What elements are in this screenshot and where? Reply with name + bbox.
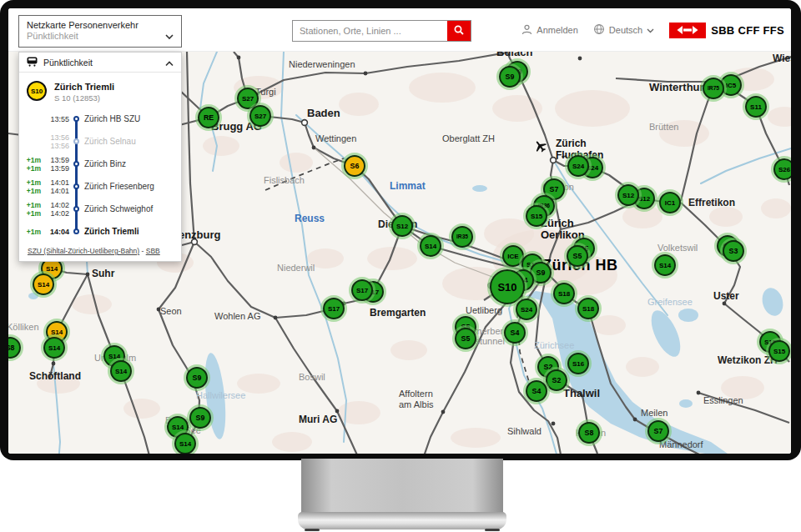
monitor-foot-left — [305, 529, 320, 531]
map-badge-S4[interactable]: S4 — [525, 379, 549, 404]
svg-text:S27: S27 — [254, 113, 267, 120]
map-label: Meilen — [641, 408, 668, 418]
panel-title: Pünktlichkeit — [43, 58, 159, 68]
map-badge-S8[interactable]: S8 — [8, 336, 23, 360]
svg-text:S24: S24 — [572, 163, 585, 170]
panel-footer: SZU (Sihltal-Zürich-Uetliberg-Bahn) - SB… — [28, 247, 160, 255]
map-badge-S18[interactable]: S18 — [552, 282, 577, 306]
dropdown-title: Netzkarte Personenverkehr — [27, 20, 174, 31]
map-badge-S14[interactable]: S14 — [109, 359, 134, 384]
map-badge-S4[interactable]: S4 — [503, 321, 527, 345]
map-badge-S8[interactable]: S8 — [577, 421, 602, 445]
stop-dot — [73, 228, 79, 234]
map-badge-S5[interactable]: S5 — [566, 244, 590, 269]
search-button[interactable] — [447, 21, 471, 41]
map-badge-S17[interactable]: S17 — [350, 279, 375, 303]
map-badge-IC1[interactable]: IC1 — [658, 191, 683, 215]
station-dot — [552, 422, 556, 426]
terrain-patch — [626, 357, 659, 377]
map-label: Seon — [160, 306, 182, 316]
map-badge-S9[interactable]: S9 — [185, 366, 209, 390]
svg-text:S8: S8 — [8, 344, 14, 352]
search-box[interactable] — [292, 20, 471, 42]
map-badge-S7[interactable]: S7 — [647, 419, 671, 444]
svg-text:S2: S2 — [552, 376, 562, 384]
svg-text:S8: S8 — [585, 429, 594, 437]
svg-text:RE: RE — [204, 113, 214, 122]
map-badge-S16[interactable]: S16 — [567, 352, 591, 376]
stop-row[interactable]: +1m14:04Zürich Triemli — [19, 220, 181, 243]
map-badge-IR75[interactable]: IR75 — [702, 77, 726, 101]
map-label: Effretikon — [688, 197, 735, 208]
login-button[interactable]: Anmelden — [521, 24, 578, 37]
map-badge-S14[interactable]: S14 — [419, 234, 443, 258]
footer-link[interactable]: SZU (Sihltal-Zürich-Uetliberg-Bahn) — [28, 247, 139, 255]
stop-row[interactable]: +1m+1m14:0214:02Zürich Schweighof — [19, 198, 181, 220]
map-label: Limmat — [390, 180, 426, 192]
station-dot — [723, 302, 727, 306]
sbb-logo: SBB CFF FFS — [669, 23, 784, 38]
terrain-patch — [203, 136, 239, 156]
map-badge-S14[interactable]: S14 — [32, 273, 56, 297]
map-label: Schöftland — [29, 370, 81, 382]
monitor-stand-base — [298, 512, 506, 529]
map-badge-S3[interactable]: S3 — [722, 239, 746, 263]
line-badge-s10: S10 — [27, 81, 47, 101]
map-badge-S27[interactable]: S27 — [249, 104, 273, 128]
map-label: Suhr — [92, 268, 115, 279]
station-dot — [578, 57, 582, 61]
map-label: Uster — [713, 290, 739, 302]
layer-dropdown[interactable]: Netzkarte Personenverkehr Pünktlichkeit — [18, 15, 182, 48]
map-badge-S14[interactable]: S14 — [174, 432, 198, 454]
map-badge-S17[interactable]: S17 — [322, 297, 346, 321]
svg-text:S10: S10 — [497, 281, 516, 294]
footer-link[interactable]: SBB — [146, 247, 160, 255]
map-label: Winterthur — [649, 81, 704, 93]
station-dot — [237, 56, 241, 60]
terrain-patch — [709, 207, 743, 227]
map-label: Oberglatt ZH — [442, 133, 495, 143]
map-badge-S18[interactable]: S18 — [577, 297, 601, 321]
language-selector[interactable]: Deutsch — [593, 23, 654, 37]
stop-row[interactable]: 13:5613:56Zürich Selnau — [19, 130, 181, 153]
map-badge-S11[interactable]: S11 — [744, 95, 768, 119]
monitor-stand-neck — [301, 459, 503, 514]
station-dot — [441, 410, 446, 414]
search-input[interactable] — [293, 21, 447, 41]
map-badge-S14[interactable]: S14 — [653, 253, 678, 278]
svg-text:S7: S7 — [654, 427, 663, 435]
station-dot — [364, 72, 368, 76]
station-dot — [335, 409, 340, 414]
svg-text:S27: S27 — [242, 95, 254, 103]
map-badge-S12[interactable]: S12 — [390, 214, 415, 238]
map-badge-IR35[interactable]: IR35 — [451, 225, 475, 249]
chevron-up-icon[interactable] — [165, 55, 174, 70]
map-badge-S24[interactable]: S24 — [567, 154, 591, 178]
terrain-patch — [337, 401, 380, 424]
svg-text:S14: S14 — [179, 440, 192, 448]
map-label: Bremgarten — [370, 307, 426, 319]
terrain-patch — [451, 428, 501, 448]
stop-row[interactable]: +1m+1m14:0114:01Zürich Friesenberg — [19, 175, 181, 198]
app-screen: BülachNiederweningenWiesTurgiWinterthurB… — [8, 8, 791, 454]
map-badge-S6[interactable]: S6 — [343, 154, 367, 178]
stop-row[interactable]: 13:55Zürich HB SZU — [19, 108, 181, 130]
map-badge-S5[interactable]: S5 — [454, 327, 478, 351]
login-label: Anmelden — [537, 25, 578, 35]
map-label: Kölliken — [8, 322, 39, 332]
stop-row[interactable]: +1m+1m13:5913:59Zürich Binz — [19, 153, 181, 175]
map-badge-S9[interactable]: S9 — [189, 406, 213, 430]
map-badge-S12[interactable]: S12 — [617, 183, 641, 208]
map-badge-S15[interactable]: S15 — [525, 204, 549, 228]
svg-text:IR35: IR35 — [456, 233, 468, 239]
map-label: Boswil — [299, 372, 325, 382]
map-badge-RE[interactable]: RE — [197, 106, 221, 130]
terrain-patch — [761, 198, 791, 218]
map-badge-S15[interactable]: S15 — [768, 339, 792, 364]
station-dot — [312, 146, 316, 150]
map-badge-S24[interactable]: S24 — [515, 298, 539, 322]
map-badge-S9[interactable]: S9 — [498, 65, 522, 89]
map-badge-S14[interactable]: S14 — [43, 336, 67, 360]
map-label: Thalwil — [563, 387, 600, 399]
map-badge-S26[interactable]: S26 — [773, 158, 792, 182]
